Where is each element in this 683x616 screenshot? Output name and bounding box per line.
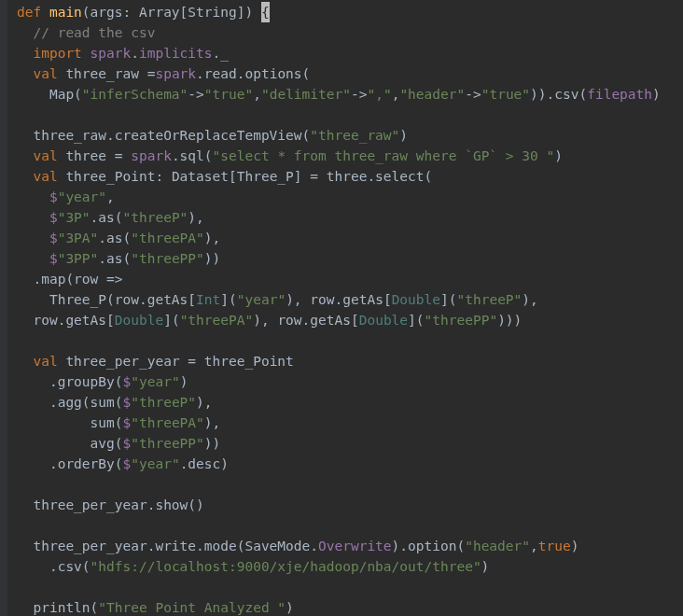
code-token: "header" bbox=[465, 539, 530, 553]
code-token: "threePP" bbox=[131, 251, 204, 266]
code-editor[interactable]: def main(args: Array[String]) { // read … bbox=[0, 0, 683, 616]
code-token bbox=[17, 251, 49, 266]
code-token bbox=[17, 189, 49, 204]
code-token: . bbox=[131, 46, 139, 61]
code-token bbox=[17, 231, 49, 245]
code-token: three_per_year = three_Point bbox=[65, 354, 293, 369]
code-token: { bbox=[261, 2, 270, 22]
code-token: "," bbox=[367, 87, 391, 102]
code-token: spark bbox=[155, 66, 196, 81]
code-token: $ bbox=[123, 436, 132, 451]
code-token: $ bbox=[49, 251, 58, 266]
code-token: (args: Array[String]) bbox=[82, 5, 261, 20]
code-token: "header" bbox=[399, 87, 465, 102]
code-token: Map( bbox=[17, 87, 82, 102]
code-token: three = bbox=[65, 148, 131, 163]
code-token: ), bbox=[204, 415, 220, 430]
code-token: "threeP" bbox=[456, 292, 522, 307]
code-token: $ bbox=[49, 210, 58, 225]
code-token: "threePA" bbox=[131, 231, 204, 245]
code-token: "delimiter" bbox=[261, 87, 351, 102]
code-token: three_Point: Dataset[Three_P] = three.se… bbox=[65, 169, 432, 184]
code-token: .as( bbox=[98, 251, 131, 266]
code-token: filepath bbox=[587, 87, 652, 102]
code-token bbox=[17, 169, 33, 184]
code-token: ), bbox=[204, 231, 220, 245]
code-token: -> bbox=[465, 87, 481, 102]
code-token: ._ bbox=[213, 46, 229, 61]
code-token: def bbox=[17, 5, 49, 20]
code-token: // read the csv bbox=[33, 25, 155, 40]
code-token: "3PP" bbox=[58, 251, 99, 266]
code-token: Double bbox=[359, 313, 408, 328]
code-token: "3P" bbox=[58, 210, 91, 225]
code-token: .agg(sum( bbox=[17, 395, 123, 410]
code-token: $ bbox=[49, 189, 58, 204]
code-token: $ bbox=[123, 456, 132, 471]
code-token: , bbox=[530, 539, 538, 553]
code-token: )) bbox=[204, 436, 220, 451]
code-token: "threePA" bbox=[131, 415, 204, 430]
code-token: three_raw.createOrReplaceTempView( bbox=[17, 128, 310, 143]
code-token: )) bbox=[204, 251, 220, 266]
code-token: $ bbox=[123, 395, 132, 410]
code-token: "select * from three_raw where `GP` > 30… bbox=[213, 148, 555, 163]
code-token: "year" bbox=[237, 292, 286, 307]
code-token bbox=[17, 25, 33, 40]
code-token: ).option( bbox=[392, 539, 466, 553]
code-token: ), bbox=[188, 210, 203, 225]
code-token: "threePP" bbox=[425, 313, 498, 328]
code-token: ) bbox=[571, 539, 579, 553]
code-token: -> bbox=[188, 87, 203, 102]
code-token: implicits bbox=[139, 46, 213, 61]
code-token: $ bbox=[123, 415, 132, 430]
code-token: "threeP" bbox=[123, 210, 188, 225]
code-token bbox=[17, 354, 33, 369]
code-token: ), row.getAs[ bbox=[253, 313, 359, 328]
code-token: val bbox=[33, 169, 65, 184]
code-token: .as( bbox=[98, 231, 131, 245]
code-token: main bbox=[49, 5, 82, 20]
code-token: val bbox=[33, 354, 65, 369]
code-token: ]( bbox=[440, 292, 456, 307]
code-token: sum( bbox=[17, 415, 123, 430]
code-token: Three_P(row.getAs[ bbox=[17, 292, 196, 307]
code-token: ) bbox=[286, 600, 294, 615]
code-token: three_raw = bbox=[65, 66, 155, 81]
code-token: println( bbox=[17, 600, 98, 615]
code-token: $ bbox=[123, 374, 132, 389]
code-token: Overwrite bbox=[318, 539, 392, 553]
code-token: , bbox=[106, 189, 115, 204]
code-token: "true" bbox=[204, 87, 253, 102]
code-token: three_per_year.write.mode(SaveMode. bbox=[17, 539, 318, 553]
code-token: .sql( bbox=[172, 148, 213, 163]
code-token: .desc) bbox=[180, 456, 229, 471]
code-token: "threePA" bbox=[180, 313, 254, 328]
code-token: "hdfs://localhost:9000/xje/hadoop/nba/ou… bbox=[91, 559, 481, 574]
code-token: ) bbox=[652, 87, 661, 102]
code-token: "year" bbox=[131, 456, 179, 471]
code-token bbox=[17, 66, 33, 81]
code-token: .map(row => bbox=[17, 272, 123, 287]
code-token: "inferSchema" bbox=[82, 87, 188, 102]
code-token: "year" bbox=[131, 374, 179, 389]
code-token: "threeP" bbox=[131, 395, 196, 410]
code-token: val bbox=[33, 148, 65, 163]
code-token: , bbox=[253, 87, 261, 102]
code-token: ]( bbox=[408, 313, 424, 328]
code-token: ) bbox=[554, 148, 563, 163]
code-token bbox=[17, 46, 33, 61]
code-token: "true" bbox=[481, 87, 530, 102]
code-token: ) bbox=[399, 128, 408, 143]
code-token: .read.options( bbox=[196, 66, 310, 81]
code-token: .csv( bbox=[17, 559, 91, 574]
code-token: "threePP" bbox=[131, 436, 204, 451]
code-token: Double bbox=[392, 292, 440, 307]
code-token: avg( bbox=[17, 436, 123, 451]
code-token: "year" bbox=[58, 189, 106, 204]
code-token: "three_raw" bbox=[310, 128, 399, 143]
code-token: three_per_year.show() bbox=[17, 497, 204, 512]
code-token: $ bbox=[49, 231, 58, 245]
code-token: "Three Point Analyzed " bbox=[98, 600, 286, 615]
code-token: spark bbox=[131, 148, 172, 163]
